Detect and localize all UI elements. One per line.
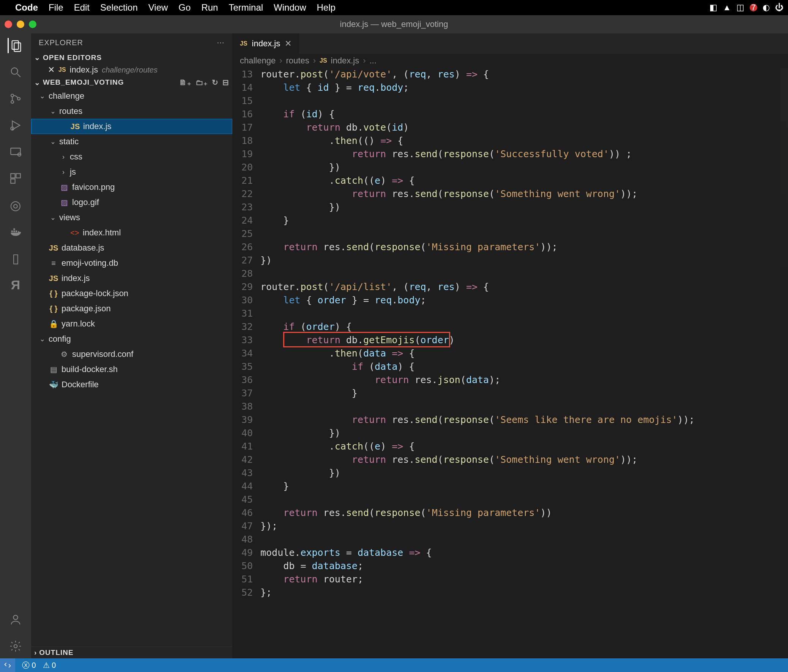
file-tree-item[interactable]: JSdatabase.js <box>31 240 232 256</box>
warnings-count[interactable]: ⚠ 0 <box>43 661 56 670</box>
minimize-window-button[interactable] <box>17 21 24 28</box>
svg-rect-0 <box>12 41 18 49</box>
svg-line-3 <box>17 74 21 77</box>
close-tab-icon[interactable]: ✕ <box>285 39 292 49</box>
ext-icon[interactable]: ◎ <box>8 197 23 213</box>
search-icon[interactable] <box>8 65 23 80</box>
editor-tab[interactable]: JS index.js ✕ <box>232 33 299 54</box>
more-icon[interactable]: ⋯ <box>217 38 225 47</box>
docker-icon[interactable] <box>8 224 23 239</box>
menu-selection[interactable]: Selection <box>100 2 138 13</box>
close-window-button[interactable] <box>5 21 12 28</box>
menu-terminal[interactable]: Terminal <box>229 2 263 13</box>
app-name[interactable]: Code <box>15 2 38 13</box>
tree-item-label: config <box>49 334 71 344</box>
folder-tree-item[interactable]: ⌄views <box>31 210 232 225</box>
maximize-window-button[interactable] <box>29 21 37 28</box>
folder-tree-item[interactable]: ⌄config <box>31 332 232 346</box>
ext-icon[interactable]: Я <box>8 277 23 292</box>
tree-item-label: database.js <box>62 243 104 253</box>
chevron-down-icon: ⌄ <box>34 78 41 87</box>
tree-item-label: build-docker.sh <box>62 364 118 374</box>
svg-marker-7 <box>13 121 20 130</box>
file-tree-item[interactable]: JSindex.js <box>31 119 232 134</box>
status-bar: ⓧ 0 ⚠ 0 <box>0 658 788 672</box>
js-file-icon: JS <box>59 67 66 73</box>
folder-tree-item[interactable]: ⌄routes <box>31 104 232 119</box>
explorer-sidebar: EXPLORER ⋯ ⌄ OPEN EDITORS ✕ JS index.js … <box>31 33 232 658</box>
folder-tree-item[interactable]: ›css <box>31 149 232 164</box>
menu-window[interactable]: Window <box>274 2 306 13</box>
code-content[interactable]: router.post('/api/vote', (req, res) => {… <box>261 68 788 658</box>
file-tree-item[interactable]: 🔒yarn.lock <box>31 316 232 332</box>
folder-tree-item[interactable]: ⌄static <box>31 134 232 149</box>
explorer-icon[interactable] <box>8 38 23 53</box>
tray-icon[interactable]: ⏻ <box>775 3 783 13</box>
ext-icon[interactable]: ▯ <box>8 251 23 266</box>
settings-icon[interactable] <box>8 639 23 654</box>
html-file-icon: <> <box>70 229 80 237</box>
json-file-icon: { } <box>49 289 59 298</box>
outline-header[interactable]: › OUTLINE <box>31 647 232 658</box>
docker-file-icon: 🐳 <box>49 380 59 389</box>
errors-count[interactable]: ⓧ 0 <box>22 660 36 670</box>
file-tree-item[interactable]: <>index.html <box>31 225 232 240</box>
tree-item-label: index.js <box>62 273 90 283</box>
js-file-icon: JS <box>70 122 80 131</box>
source-control-icon[interactable] <box>8 91 23 106</box>
new-file-icon[interactable]: 🗎₊ <box>179 78 192 87</box>
folder-tree-item[interactable]: ›js <box>31 164 232 180</box>
open-editor-item[interactable]: ✕ JS index.js challenge/routes <box>31 64 232 76</box>
breadcrumb[interactable]: challenge› routes› JS index.js› ... <box>232 54 788 68</box>
account-icon[interactable] <box>8 612 23 627</box>
js-file-icon: JS <box>49 244 59 253</box>
tree-item-label: logo.gif <box>72 197 99 207</box>
menu-help[interactable]: Help <box>316 2 335 13</box>
minimap[interactable] <box>780 68 788 318</box>
chevron-down-icon: ⌄ <box>39 92 46 100</box>
remote-indicator[interactable] <box>0 658 15 672</box>
file-tree-item[interactable]: JSindex.js <box>31 271 232 286</box>
tray-icon[interactable]: ◧ <box>709 3 717 13</box>
svg-rect-1 <box>14 43 21 52</box>
db-file-icon: ≡ <box>49 259 59 268</box>
file-tree-item[interactable]: { }package.json <box>31 301 232 316</box>
file-tree-item[interactable]: ▨favicon.png <box>31 180 232 195</box>
tray-icon[interactable]: ◐ <box>763 3 770 13</box>
chevron-down-icon: ⌄ <box>39 335 46 343</box>
chevron-right-icon: › <box>34 648 37 657</box>
line-gutter: 1314151617181920212223242526272829303132… <box>232 68 261 658</box>
folder-tree-item[interactable]: ⌄challenge <box>31 89 232 104</box>
chevron-down-icon: ⌄ <box>49 213 56 222</box>
collapse-icon[interactable]: ⊟ <box>222 78 229 87</box>
chevron-down-icon: ⌄ <box>49 107 56 115</box>
tray-icon[interactable]: ▲ <box>723 3 731 13</box>
notification-badge[interactable]: 7 <box>750 4 757 11</box>
code-editor[interactable]: 1314151617181920212223242526272829303132… <box>232 68 788 658</box>
file-tree-item[interactable]: 🐳Dockerfile <box>31 377 232 392</box>
file-tree-item[interactable]: { }package-lock.json <box>31 286 232 301</box>
file-tree-item[interactable]: ▤build-docker.sh <box>31 362 232 377</box>
open-editors-header[interactable]: ⌄ OPEN EDITORS <box>31 52 232 64</box>
menu-go[interactable]: Go <box>178 2 191 13</box>
tree-item-label: index.html <box>83 228 121 238</box>
debug-icon[interactable] <box>8 118 23 133</box>
menu-view[interactable]: View <box>148 2 168 13</box>
new-folder-icon[interactable]: 🗀₊ <box>195 78 208 87</box>
file-tree-item[interactable]: ▨logo.gif <box>31 195 232 210</box>
refresh-icon[interactable]: ↻ <box>212 78 219 87</box>
remote-icon[interactable] <box>8 144 23 159</box>
menu-edit[interactable]: Edit <box>74 2 90 13</box>
tree-item-label: css <box>70 152 83 162</box>
svg-point-14 <box>13 615 17 620</box>
tree-item-label: routes <box>59 106 83 116</box>
tray-icon[interactable]: ◫ <box>736 3 744 13</box>
menu-file[interactable]: File <box>49 2 64 13</box>
extensions-icon[interactable] <box>8 171 23 186</box>
file-tree-item[interactable]: ≡emoji-voting.db <box>31 256 232 271</box>
menu-run[interactable]: Run <box>201 2 218 13</box>
project-header[interactable]: ⌄ WEB_EMOJI_VOTING 🗎₊ 🗀₊ ↻ ⊟ <box>31 76 232 89</box>
close-icon[interactable]: ✕ <box>48 65 55 75</box>
file-tree-item[interactable]: ⚙supervisord.conf <box>31 346 232 362</box>
js-file-icon: JS <box>240 40 248 47</box>
